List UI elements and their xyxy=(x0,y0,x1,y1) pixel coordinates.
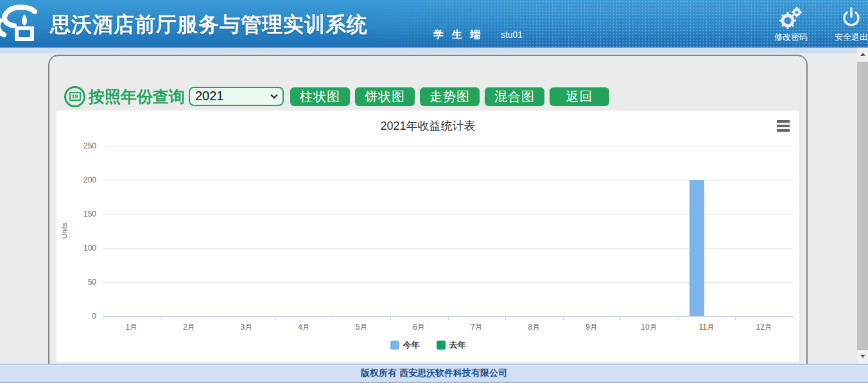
y-tick-label: 250 xyxy=(56,141,96,150)
y-tick-label: 100 xyxy=(56,244,96,253)
app-logo-icon xyxy=(0,3,49,45)
query-bar: 19 按照年份查询 2021 柱状图饼状图走势图混合图返回 xyxy=(64,85,609,107)
bar-chart-button[interactable]: 柱状图 xyxy=(290,87,350,106)
year-select-wrap: 2021 xyxy=(189,87,284,106)
x-axis-tick xyxy=(735,316,736,320)
x-tick-label: 1月 xyxy=(112,322,151,333)
y-axis-title: Units xyxy=(60,186,68,276)
x-axis-tick xyxy=(161,316,161,320)
x-axis-tick xyxy=(448,316,449,320)
calendar-day: 19 xyxy=(71,93,78,100)
x-axis-tick xyxy=(333,316,333,320)
header-user-info: 学 生 端 stu01 xyxy=(433,28,523,42)
username: stu01 xyxy=(501,30,523,40)
y-tick-label: 0 xyxy=(56,312,96,321)
x-tick-label: 11月 xyxy=(688,322,726,333)
scrollbar-thumb[interactable] xyxy=(857,62,868,350)
x-tick-label: 10月 xyxy=(630,322,668,333)
x-tick-label: 9月 xyxy=(572,322,611,333)
app-title: 思沃酒店前厅服务与管理实训系统 xyxy=(50,11,368,39)
pie-chart-button[interactable]: 饼状图 xyxy=(355,87,415,106)
x-axis-tick xyxy=(793,316,794,320)
x-axis-tick xyxy=(390,316,391,320)
change-password-label: 修改密码 xyxy=(774,31,808,43)
app-header: 思沃酒店前厅服务与管理实训系统 学 生 端 stu01 xyxy=(0,0,868,48)
x-axis-tick xyxy=(218,316,218,320)
change-password-button[interactable]: 修改密码 xyxy=(760,6,822,43)
x-axis-tick xyxy=(505,316,506,320)
x-tick-label: 12月 xyxy=(745,322,783,333)
x-axis-tick xyxy=(563,316,564,320)
legend-label: 去年 xyxy=(449,339,466,351)
y-tick-label: 150 xyxy=(56,209,96,218)
query-label: 按照年份查询 xyxy=(89,86,185,107)
legend-swatch xyxy=(437,341,446,350)
copyright-text: 版权所有 西安思沃软件科技有限公司 xyxy=(361,368,507,379)
role-label: 学 生 端 xyxy=(433,28,483,42)
power-icon xyxy=(840,6,863,30)
x-tick-label: 6月 xyxy=(400,322,438,333)
bar-今年-11月[interactable] xyxy=(690,180,704,316)
year-select[interactable]: 2021 xyxy=(189,87,284,106)
x-tick-label: 4月 xyxy=(285,322,324,333)
x-axis-tick xyxy=(678,316,679,320)
logout-label: 安全退出 xyxy=(835,31,868,43)
x-tick-label: 7月 xyxy=(457,322,496,333)
header-divider xyxy=(0,48,868,54)
logout-button[interactable]: 安全退出 xyxy=(820,6,868,43)
y-tick-label: 200 xyxy=(56,175,96,184)
calendar-icon: 19 xyxy=(64,86,85,107)
content-panel: 19 按照年份查询 2021 柱状图饼状图走势图混合图返回 2021年收益统计表… xyxy=(48,55,808,379)
triangle-down-icon xyxy=(860,355,865,358)
gears-icon xyxy=(777,6,805,30)
trend-chart-button[interactable]: 走势图 xyxy=(420,87,480,106)
legend-item-去年[interactable]: 去年 xyxy=(437,339,466,351)
y-tick-label: 50 xyxy=(56,278,96,287)
back-button[interactable]: 返回 xyxy=(550,87,609,106)
gridline xyxy=(103,146,793,147)
footer: 版权所有 西安思沃软件科技有限公司 xyxy=(0,364,868,383)
x-tick-label: 8月 xyxy=(515,322,553,333)
x-axis-tick xyxy=(620,316,621,320)
scroll-down-button[interactable] xyxy=(857,351,868,362)
legend-swatch xyxy=(390,341,399,350)
legend-item-今年[interactable]: 今年 xyxy=(390,339,420,351)
x-tick-label: 5月 xyxy=(342,322,381,333)
x-axis-tick xyxy=(275,316,276,320)
x-axis-tick xyxy=(103,316,103,320)
x-tick-label: 2月 xyxy=(169,322,208,333)
x-tick-label: 3月 xyxy=(227,322,266,333)
vertical-scrollbar[interactable] xyxy=(857,48,868,364)
mixed-chart-button[interactable]: 混合图 xyxy=(485,87,544,106)
chart-canvas: 2021年收益统计表 Units 0501001502002501月2月3月4月… xyxy=(56,111,799,362)
scroll-up-button[interactable] xyxy=(857,49,868,60)
triangle-up-icon xyxy=(860,53,865,56)
hamburger-menu-button[interactable] xyxy=(777,120,790,134)
chart-legend: 今年去年 xyxy=(56,339,799,351)
legend-label: 今年 xyxy=(403,339,420,351)
chart-title: 2021年收益统计表 xyxy=(56,118,799,134)
page: 思沃酒店前厅服务与管理实训系统 学 生 端 stu01 xyxy=(0,0,868,383)
chart-type-buttons: 柱状图饼状图走势图混合图返回 xyxy=(290,87,609,106)
